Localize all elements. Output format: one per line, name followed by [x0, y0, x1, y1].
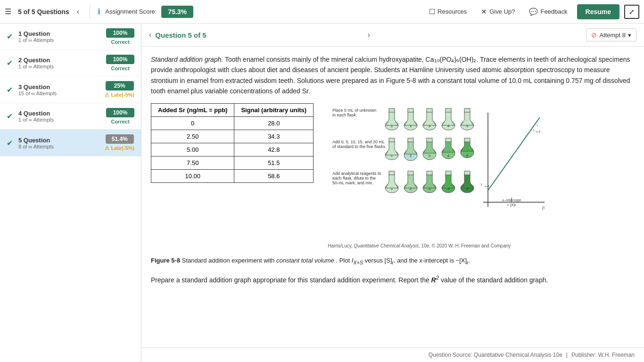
figure-text: Standard addition experiment with	[182, 257, 276, 264]
q3-pct-badge: 25%	[106, 81, 134, 90]
table-cell: 58.6	[234, 169, 314, 182]
svg-text:4: 4	[447, 124, 450, 128]
harris-citation: Harris/Lucy, Quantitative Chemical Analy…	[328, 243, 635, 248]
svg-text:2: 2	[410, 154, 412, 158]
q2-title: 2 Question	[18, 57, 101, 64]
svg-rect-30	[464, 138, 470, 142]
publisher: Publisher: W.H. Freeman	[571, 352, 635, 358]
q1-pct-badge: 100%	[106, 28, 134, 38]
svg-text:each flask, dilute to the: each flask, dilute to the	[332, 176, 376, 181]
top-navigation: ☰ 5 of 5 Questions ‹ ℹ Assignment Score:…	[0, 0, 644, 24]
question-nav-label: Question 5 of 5	[155, 31, 363, 39]
give-up-label: Give Up?	[489, 8, 515, 15]
q2-status: Correct	[111, 66, 129, 71]
q4-badge-wrap: 100% Correct	[106, 108, 134, 124]
table-cell: 51.5	[234, 156, 314, 169]
svg-rect-39	[408, 171, 413, 175]
attempt-label: Attempt 8	[599, 32, 626, 39]
sidebar-item-q3[interactable]: ✔ 3 Question 15 of ∞ Attempts 25% ⚠ Late…	[0, 76, 141, 103]
figure-caption-text: Figure 5-8 Standard addition experiment …	[151, 256, 635, 266]
q3-status: ⚠ Late(-5%)	[105, 92, 134, 98]
questions-count-label: 5 of 5 Questions	[18, 8, 69, 16]
feedback-icon: 💬	[529, 8, 538, 16]
q1-title: 1 Question	[18, 30, 101, 37]
table-row: 7.5051.5	[151, 156, 314, 169]
check-icon-q2: ✔	[7, 58, 13, 67]
score-label: Assignment Score:	[105, 8, 157, 15]
main-layout: ✔ 1 Question 1 of ∞ Attempts 100% Correc…	[0, 24, 644, 362]
intro-italic: Standard addition graph.	[151, 56, 223, 63]
sidebar-item-q1[interactable]: ✔ 1 Question 1 of ∞ Attempts 100% Correc…	[0, 24, 141, 50]
feedback-button[interactable]: 💬 Feedback	[524, 5, 572, 19]
figure-number: Figure 5-8	[151, 257, 180, 264]
intro-paragraph: Standard addition graph. Tooth enamel co…	[151, 54, 635, 97]
q1-badge-wrap: 100% Correct	[106, 28, 134, 45]
q2-info: 2 Question 1 of ∞ Attempts	[18, 57, 101, 69]
sidebar-collapse-button[interactable]: ‹	[74, 6, 82, 18]
q4-pct-badge: 100%	[106, 108, 134, 117]
svg-text:↑: ↑	[536, 123, 538, 128]
q1-info: 1 Question 1 of ∞ Attempts	[18, 30, 101, 43]
attempt-icon: ⊘	[591, 31, 597, 39]
svg-rect-48	[464, 171, 470, 175]
sidebar: ✔ 1 Question 1 of ∞ Attempts 100% Correc…	[0, 24, 141, 362]
svg-rect-27	[446, 138, 451, 142]
r-squared: R2	[431, 276, 439, 284]
col2-header: Signal (arbitrary units)	[234, 103, 314, 116]
resources-label: Resources	[438, 8, 467, 15]
feedback-label: Feedback	[540, 8, 567, 15]
data-table: Added Sr (ng/mL = ppb) Signal (arbitrary…	[151, 103, 314, 183]
svg-text:2: 2	[410, 187, 412, 191]
svg-text:4: 4	[447, 154, 450, 158]
svg-text:50-mL mark, and mix.: 50-mL mark, and mix.	[332, 181, 373, 185]
q3-attempts: 15 of ∞ Attempts	[18, 90, 100, 96]
check-icon-q5: ✔	[7, 139, 13, 148]
svg-text:5: 5	[466, 154, 469, 158]
sidebar-item-q2[interactable]: ✔ 2 Question 1 of ∞ Attempts 100% Correc…	[0, 50, 141, 76]
table-cell: 2.50	[151, 130, 234, 143]
flask-diagram-container: Place 5 mL of unknown in each flask. 1	[323, 103, 635, 248]
menu-icon: ☰	[5, 7, 11, 16]
q1-attempts: 1 of ∞ Attempts	[18, 37, 101, 43]
svg-text:3: 3	[429, 154, 431, 158]
svg-text:3: 3	[429, 124, 431, 128]
svg-text:1: 1	[391, 154, 393, 158]
next-question-button[interactable]: ›	[368, 31, 370, 39]
col1-header: Added Sr (ng/mL = ppb)	[151, 103, 234, 116]
attempt-button[interactable]: ⊘ Attempt 8 ▾	[586, 28, 636, 41]
q4-status: Correct	[111, 119, 129, 124]
table-row: 10.0058.6	[151, 169, 314, 182]
svg-text:I: I	[481, 182, 482, 187]
svg-rect-7	[427, 108, 432, 112]
figure-formula: IX+S	[352, 257, 363, 264]
q5-attempts: 8 of ∞ Attempts	[18, 144, 100, 149]
give-up-button[interactable]: ✕ Give Up?	[476, 5, 520, 19]
svg-text:x+S: x+S	[485, 185, 490, 188]
content-scroll[interactable]: Standard addition graph. Tooth enamel co…	[141, 47, 644, 347]
fullscreen-button[interactable]: ⤢	[624, 5, 639, 19]
svg-text:= [X]r: = [X]r	[507, 203, 516, 207]
q3-info: 3 Question 15 of ∞ Attempts	[18, 83, 100, 96]
table-cell: 28.0	[234, 116, 314, 130]
row1-label: Place 5 mL of unknown	[332, 108, 376, 113]
figure-text2: . Plot	[336, 257, 351, 264]
svg-rect-18	[389, 138, 395, 142]
table-row: 5.0042.8	[151, 143, 314, 156]
svg-rect-10	[446, 108, 451, 112]
resources-button[interactable]: ☐ Resources	[424, 5, 471, 19]
bottom-text-2: value of the standard addition graph.	[441, 276, 548, 284]
sidebar-item-q5[interactable]: ✔ 5 Question 8 of ∞ Attempts 51.4% ⚠ Lat…	[0, 130, 141, 156]
q3-badge-wrap: 25% ⚠ Late(-5%)	[105, 81, 134, 98]
give-up-icon: ✕	[481, 8, 487, 16]
resume-button[interactable]: Resume	[577, 4, 619, 19]
svg-text:Add analytical reagents to: Add analytical reagents to	[332, 171, 381, 176]
figure-italic: constant total volume	[276, 257, 334, 264]
prev-question-button[interactable]: ‹	[149, 31, 151, 39]
bottom-text-1: Prepare a standard addition graph approp…	[151, 276, 431, 284]
info-icon: ℹ	[98, 7, 100, 16]
attempt-dropdown-icon: ▾	[628, 32, 631, 39]
svg-rect-45	[446, 171, 451, 175]
q5-title: 5 Question	[18, 137, 100, 144]
sidebar-item-q4[interactable]: ✔ 4 Question 1 of ∞ Attempts 100% Correc…	[0, 103, 141, 130]
svg-text:Add 0, 5, 10, 15, and 20 mL: Add 0, 5, 10, 15, and 20 mL	[332, 140, 385, 144]
